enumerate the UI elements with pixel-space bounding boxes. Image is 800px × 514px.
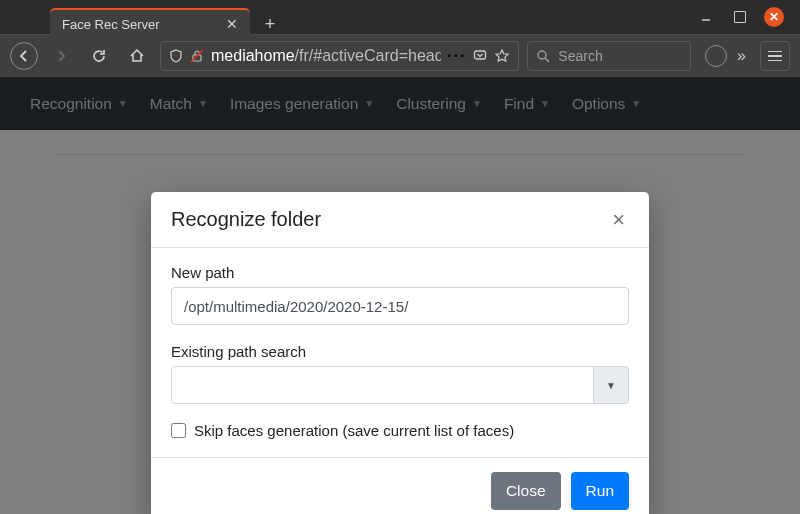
- nav-toolbar: mediahome/fr/#activeCard=headin ··· Sear…: [0, 34, 800, 78]
- svg-point-4: [538, 51, 546, 59]
- search-box[interactable]: Search: [527, 41, 691, 71]
- search-icon: [536, 49, 550, 63]
- shield-icon: [169, 49, 183, 63]
- existing-path-dropdown-button[interactable]: ▼: [594, 366, 629, 404]
- window-minimize-button[interactable]: [696, 7, 716, 27]
- url-text: mediahome/fr/#activeCard=headin: [211, 47, 441, 65]
- skip-faces-row: Skip faces generation (save current list…: [171, 422, 629, 439]
- window-close-button[interactable]: ✕: [764, 7, 784, 27]
- url-path: /fr/#activeCard=headin: [295, 47, 441, 64]
- skip-faces-checkbox[interactable]: [171, 423, 186, 438]
- titlebar: Face Rec Server ✕ + ✕: [0, 0, 800, 34]
- existing-path-input[interactable]: [171, 366, 594, 404]
- tab-strip: Face Rec Server ✕ +: [0, 0, 284, 34]
- chevron-down-icon: ▼: [606, 380, 616, 391]
- existing-path-input-group: ▼: [171, 366, 629, 404]
- insecure-lock-icon: [189, 48, 205, 64]
- modal-title: Recognize folder: [171, 208, 321, 231]
- existing-path-label: Existing path search: [171, 343, 629, 360]
- page: Recognition ▼ Match ▼ Images generation …: [0, 78, 800, 514]
- url-host: mediahome: [211, 47, 295, 64]
- nav-reload-button[interactable]: [84, 41, 114, 71]
- svg-line-5: [545, 58, 549, 62]
- new-path-group: New path: [171, 264, 629, 325]
- modal-header: Recognize folder ×: [151, 192, 649, 248]
- search-placeholder: Search: [558, 48, 602, 64]
- nav-home-button[interactable]: [122, 41, 152, 71]
- svg-rect-3: [475, 51, 486, 59]
- modal-footer: Close Run: [151, 457, 649, 514]
- overflow-chevron-icon[interactable]: »: [737, 47, 746, 65]
- tab-close-icon[interactable]: ✕: [224, 16, 240, 32]
- modal-run-button[interactable]: Run: [571, 472, 629, 510]
- pocket-icon[interactable]: [472, 48, 488, 64]
- existing-path-group: Existing path search ▼: [171, 343, 629, 404]
- new-path-label: New path: [171, 264, 629, 281]
- new-path-input[interactable]: [171, 287, 629, 325]
- app-menu-button[interactable]: [760, 41, 790, 71]
- recognize-folder-modal: Recognize folder × New path Existing pat…: [151, 192, 649, 514]
- toolbar-right: »: [705, 41, 790, 71]
- nav-forward-button: [46, 41, 76, 71]
- page-actions-icon[interactable]: ···: [447, 47, 466, 65]
- modal-close-button[interactable]: Close: [491, 472, 561, 510]
- url-bar[interactable]: mediahome/fr/#activeCard=headin ···: [160, 41, 519, 71]
- window-controls: ✕: [696, 0, 800, 34]
- nav-back-button[interactable]: [10, 42, 38, 70]
- window-maximize-button[interactable]: [730, 7, 750, 27]
- account-icon[interactable]: [705, 45, 727, 67]
- tab-title: Face Rec Server: [62, 17, 216, 32]
- bookmark-star-icon[interactable]: [494, 48, 510, 64]
- modal-close-x-button[interactable]: ×: [608, 209, 629, 231]
- modal-body: New path Existing path search ▼ Skip fac…: [151, 248, 649, 457]
- browser-window: Face Rec Server ✕ + ✕: [0, 0, 800, 514]
- new-tab-button[interactable]: +: [256, 10, 284, 38]
- browser-tab-active[interactable]: Face Rec Server ✕: [50, 8, 250, 38]
- skip-faces-label[interactable]: Skip faces generation (save current list…: [194, 422, 514, 439]
